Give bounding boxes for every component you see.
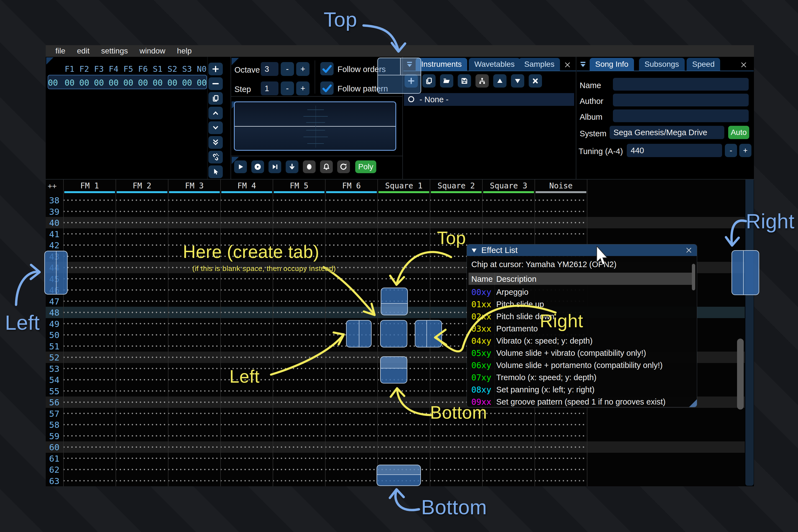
pattern-cell[interactable] [63,475,116,487]
pattern-cell[interactable] [430,441,482,453]
pattern-cell[interactable] [63,307,116,318]
pattern-cell[interactable] [378,385,430,397]
pattern-cell[interactable] [63,284,116,296]
play-from-beginning-button[interactable] [251,160,264,173]
pattern-cell[interactable] [430,217,482,228]
pattern-cell[interactable] [168,352,221,363]
pattern-cell[interactable] [168,374,221,385]
octave-dec-button[interactable]: - [281,62,294,76]
tab-instruments[interactable]: Instruments [416,58,467,71]
oscilloscope[interactable] [234,101,396,151]
dock-target-bottom-edge[interactable] [377,465,421,486]
pattern-cell[interactable] [63,217,116,228]
pattern-cell[interactable] [482,228,535,240]
pattern-cell[interactable] [482,464,535,475]
pattern-cell[interactable] [116,441,168,453]
pattern-cell[interactable] [63,464,116,475]
pattern-cell[interactable] [273,296,325,307]
pattern-cell[interactable] [63,228,116,240]
pattern-cell[interactable] [221,228,273,240]
pattern-cell[interactable] [63,296,116,307]
pattern-cell[interactable] [116,453,168,464]
pattern-cell[interactable] [168,296,221,307]
tab-samples[interactable]: Samples [519,58,560,71]
pattern-cell[interactable] [63,341,116,352]
edit-record-button[interactable] [303,160,316,173]
pattern-cell[interactable] [168,419,221,430]
pattern-cell[interactable] [221,318,273,329]
pattern-cell[interactable] [430,453,482,464]
system-auto-button[interactable]: Auto [728,126,749,139]
metronome-button[interactable] [320,160,333,173]
pattern-cell[interactable] [273,341,325,352]
pattern-cell[interactable] [273,430,325,442]
song-info-close-icon[interactable] [738,59,749,70]
order-channel-header[interactable]: S1 [150,64,165,74]
follow-pattern-checkbox[interactable] [320,81,334,95]
name-field[interactable] [613,78,749,91]
pattern-cell[interactable] [325,363,378,374]
dock-target-right[interactable] [415,320,442,347]
pattern-cell[interactable] [325,374,378,385]
instrument-editor-toggle[interactable] [475,74,489,88]
pattern-cell[interactable] [482,453,535,464]
menu-file[interactable]: file [50,45,71,57]
pattern-cell[interactable] [325,430,378,442]
window-resize-grip[interactable] [689,399,697,407]
pattern-cell[interactable] [378,397,430,408]
play-button[interactable] [234,160,247,173]
pattern-cell[interactable] [221,441,273,453]
album-field[interactable] [613,110,749,122]
dock-target-center[interactable] [380,320,407,347]
order-cell[interactable]: 00 [121,78,135,88]
channel-header-fm-1[interactable]: FM 1 [63,181,116,192]
dock-target-top-edge[interactable] [377,58,421,94]
pattern-cell[interactable] [221,329,273,341]
pattern-cell[interactable] [116,341,168,352]
save-instrument-button[interactable] [458,74,471,88]
pattern-cell[interactable] [535,206,587,217]
channel-header-fm-2[interactable]: FM 2 [116,181,168,192]
pattern-cell[interactable] [116,262,168,273]
order-channel-header[interactable]: S2 [165,64,179,74]
pattern-cell[interactable] [116,397,168,408]
pattern-cell[interactable] [535,419,587,430]
pattern-cell[interactable] [221,430,273,442]
pattern-cell[interactable] [168,318,221,329]
pattern-cell[interactable] [116,408,168,419]
order-edit-mode-button[interactable] [208,166,223,178]
order-channel-header[interactable]: N0 [194,64,209,74]
pattern-cell[interactable] [116,284,168,296]
pattern-scrollbar-thumb[interactable] [737,339,744,410]
pattern-cell[interactable] [273,318,325,329]
pattern-cell[interactable] [221,475,273,487]
octave-value[interactable]: 3 [261,62,279,76]
pattern-cell[interactable] [116,296,168,307]
pattern-cell[interactable] [168,453,221,464]
repeat-pattern-button[interactable] [337,160,350,173]
pattern-cell[interactable] [63,453,116,464]
instrument-list-item[interactable]: - None - [404,93,574,106]
move-order-down-button[interactable] [208,121,223,134]
pattern-cell[interactable] [535,475,587,487]
author-field[interactable] [613,94,749,107]
pattern-cell[interactable] [378,441,430,453]
tuning-inc-button[interactable]: + [739,144,752,157]
pattern-cell[interactable] [273,475,325,487]
order-cell[interactable]: 00 [92,78,106,88]
panel-separator[interactable] [230,96,403,97]
dock-target-left[interactable] [346,320,372,347]
play-one-row-button[interactable] [268,160,281,173]
menu-settings[interactable]: settings [95,45,134,57]
move-instrument-up-button[interactable] [493,74,507,88]
pattern-cell[interactable] [535,464,587,475]
pattern-cell[interactable] [116,329,168,341]
step-dec-button[interactable]: - [281,81,294,95]
menu-window[interactable]: window [134,45,171,57]
pattern-cell[interactable] [63,408,116,419]
pattern-cell[interactable] [325,296,378,307]
step-inc-button[interactable]: + [296,81,309,95]
pattern-cell[interactable] [325,206,378,217]
pattern-cell[interactable] [273,329,325,341]
pattern-cell[interactable] [168,441,221,453]
